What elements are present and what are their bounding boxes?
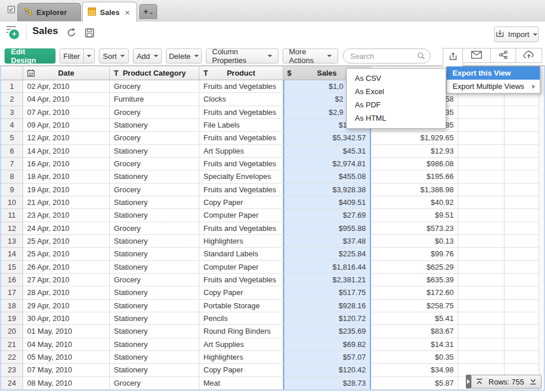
cell-sales[interactable]: $928.16 [283,300,371,312]
menu-item-as-excel[interactable]: As Excel [347,85,446,98]
cell-product-category[interactable]: Grocery [110,184,199,196]
rows-widget-collapse-button[interactable] [466,375,471,389]
table-row[interactable]: 16 27 Apr, 2010 Grocery Fruits and Veget… [1,274,539,286]
cell-product-category[interactable]: Stationery [110,209,199,222]
cell-sales[interactable]: $28.73 [283,377,371,390]
cell-cost[interactable]: $14.31 [371,338,458,351]
cell-product-category[interactable]: Stationery [110,235,199,248]
scroll-to-bottom-button[interactable] [529,378,537,386]
cell-sales[interactable]: $1,816.44 [283,261,371,274]
cell-product[interactable]: Art Supplies [199,338,283,351]
cell-sales[interactable]: $2,974.81 [283,158,371,170]
cell-date[interactable]: 01 May, 2010 [23,325,110,338]
cell-cost[interactable]: $986.08 [371,158,458,170]
column-header-product[interactable]: T Product [199,66,283,80]
cell-sales[interactable]: $235.69 [283,325,371,338]
cell-sales[interactable]: $69.82 [283,338,371,351]
cell-sales[interactable]: $45.31 [283,145,371,158]
cell-cost[interactable]: $172.60 [371,286,458,299]
cell-product-category[interactable]: Stationery [110,286,199,299]
share-button[interactable] [490,48,516,63]
cell-product-category[interactable]: Stationery [110,196,199,209]
cell-date[interactable]: 07 Apr, 2010 [23,106,110,119]
cell-date[interactable]: 24 Apr, 2010 [23,222,110,235]
cell-sales[interactable]: $57.07 [283,351,371,364]
cell-product[interactable]: Fruits and Vegetables [199,80,283,93]
cell-product-category[interactable]: Stationery [110,119,199,132]
email-button[interactable] [462,48,491,63]
cell-product[interactable]: Standard Labels [199,248,283,260]
cell-product[interactable]: Fruits and Vegetables [199,274,283,286]
cell-product[interactable]: Fruits and Vegetables [199,222,283,235]
cell-product[interactable]: Computer Paper [199,261,283,274]
sort-button[interactable]: Sort [99,48,129,64]
cell-product[interactable]: Round Ring Binders [199,325,283,338]
cell-product-category[interactable]: Grocery [110,377,199,390]
cell-date[interactable]: 27 Apr, 2010 [23,274,110,286]
cell-date[interactable]: 25 Apr, 2010 [23,248,110,260]
cell-date[interactable]: 04 Apr, 2010 [23,93,110,106]
cell-date[interactable]: 25 Apr, 2010 [23,235,110,248]
tab-close-icon[interactable]: × [125,8,130,17]
cell-date[interactable]: 05 May, 2010 [23,351,110,364]
publish-cloud-button[interactable] [516,48,542,63]
cell-sales[interactable]: $2,381.21 [283,274,371,286]
collapse-sidebar-button[interactable] [5,4,17,17]
menu-item-export-multiple-views[interactable]: Export Multiple Views [447,80,540,93]
cell-product-category[interactable]: Grocery [110,158,199,170]
cell-product[interactable]: Fruits and Vegetables [199,184,283,196]
cell-product-category[interactable]: Grocery [110,132,199,144]
table-row[interactable]: 21 04 May, 2010 Stationery Art Supplies … [1,338,539,351]
cell-product[interactable]: Art Supplies [199,145,283,158]
cell-product-category[interactable]: Grocery [110,222,199,235]
edit-design-button[interactable]: Edit Design [5,48,55,64]
more-actions-button[interactable]: More Actions [283,48,338,64]
cell-cost[interactable]: $1,929.65 [371,132,458,144]
cell-product[interactable]: Fruits and Vegetables [199,106,283,119]
cell-product-category[interactable]: Stationery [110,351,199,364]
cell-cost[interactable]: $83.67 [371,325,458,338]
cell-cost[interactable]: $0.35 [371,351,458,364]
table-row[interactable]: 11 23 Apr, 2010 Stationery Computer Pape… [1,209,539,222]
table-row[interactable]: 10 21 Apr, 2010 Stationery Copy Paper $4… [1,196,539,209]
cell-date[interactable]: 14 Apr, 2010 [23,145,110,158]
cell-product[interactable]: Pencils [199,312,283,325]
table-row[interactable]: 4 09 Apr, 2010 Stationery File Labels $1… [1,119,539,132]
cell-sales[interactable]: $5,342.57 [283,132,371,144]
cell-sales[interactable]: $120.42 [283,364,371,376]
cell-sales[interactable]: $517.75 [283,286,371,299]
cell-date[interactable]: 04 May, 2010 [23,338,110,351]
cell-cost[interactable]: $34.98 [371,364,458,376]
table-row[interactable]: 12 24 Apr, 2010 Grocery Fruits and Veget… [1,222,539,235]
cell-product-category[interactable]: Grocery [110,106,199,119]
cell-product-category[interactable]: Stationery [110,300,199,312]
cell-date[interactable]: 08 May, 2010 [23,377,110,390]
menu-item-as-csv[interactable]: As CSV [347,72,446,85]
column-header-date[interactable]: 17 Date [23,66,110,80]
table-row[interactable]: 17 28 Apr, 2010 Stationery Copy Paper $5… [1,286,539,299]
cell-date[interactable]: 02 Apr, 2010 [23,80,110,93]
cell-product[interactable]: Clocks [199,93,283,106]
cell-date[interactable]: 21 Apr, 2010 [23,196,110,209]
menu-item-as-html[interactable]: As HTML [347,111,446,125]
delete-button[interactable]: Delete [166,48,202,64]
table-row[interactable]: 14 25 Apr, 2010 Stationery Standard Labe… [1,248,539,260]
column-properties-button[interactable]: Column Properties [206,48,279,64]
cell-date[interactable]: 12 Apr, 2010 [23,132,110,144]
cell-date[interactable]: 28 Apr, 2010 [23,286,110,299]
cell-product[interactable]: Copy Paper [199,286,283,299]
cell-sales[interactable]: $455.08 [283,170,371,183]
cell-cost[interactable]: $40.92 [371,196,458,209]
table-row[interactable]: 19 30 Apr, 2010 Stationery Pencils $120.… [1,312,539,325]
cell-date[interactable]: 30 Apr, 2010 [23,312,110,325]
cell-product[interactable]: Fruits and Vegetables [199,132,283,144]
cell-product[interactable]: Copy Paper [199,364,283,376]
cell-date[interactable]: 29 Apr, 2010 [23,300,110,312]
table-row[interactable]: 3 07 Apr, 2010 Grocery Fruits and Vegeta… [1,106,539,119]
import-button[interactable]: Import [494,27,539,42]
cell-date[interactable]: 16 Apr, 2010 [23,158,110,170]
cell-product-category[interactable]: Stationery [110,364,199,376]
cell-product-category[interactable]: Furniture [110,93,199,106]
table-row[interactable]: 24 08 May, 2010 Grocery Meat $28.73 $5.8… [1,377,539,390]
table-row[interactable]: 2 04 Apr, 2010 Furniture Clocks $2 58 [1,93,539,106]
